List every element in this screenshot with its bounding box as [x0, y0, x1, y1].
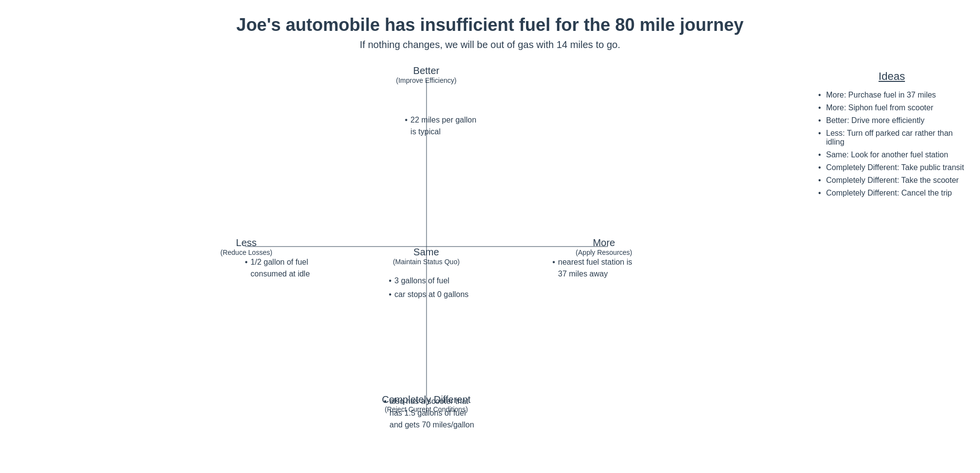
idea-item-3: Better: Drive more efficiently: [818, 116, 965, 125]
content-area: Better (Improve Efficiency) Less (Reduce…: [0, 55, 980, 473]
label-same: Same (Maintain Status Quo): [393, 242, 459, 266]
idea-item-1: More: Purchase fuel in 37 miles: [818, 91, 965, 100]
quadrant-less-content: 1/2 gallon of fuelconsumed at idle: [245, 256, 310, 282]
page-container: Joe's automobile has insufficient fuel f…: [0, 0, 980, 473]
ideas-panel: Ideas More: Purchase fuel in 37 miles Mo…: [804, 60, 980, 468]
left-spacer: [0, 60, 49, 468]
quadrant-better-content: 22 miles per gallonis typical: [405, 114, 477, 140]
same-item-1: 3 gallons of fuel: [389, 275, 469, 287]
quadrant-more-content: nearest fuel station is37 miles away: [553, 256, 632, 282]
label-more: More (Apply Resources): [576, 237, 632, 256]
idea-item-4: Less: Turn off parked car rather than id…: [818, 129, 965, 147]
label-better: Better (Improve Efficiency): [396, 65, 456, 84]
label-less: Less (Reduce Losses): [221, 237, 273, 256]
idea-item-5: Same: Look for another fuel station: [818, 150, 965, 159]
same-item-2: car stops at 0 gallons: [389, 289, 469, 300]
ideas-title: Ideas: [818, 70, 965, 83]
idea-item-2: More: Siphon fuel from scooter: [818, 103, 965, 112]
quadrant-completely-different-content: also has a scooter thathas 1.5 gallons o…: [384, 396, 474, 433]
sub-title: If nothing changes, we will be out of ga…: [0, 39, 980, 50]
quadrant-wrapper: Better (Improve Efficiency) Less (Reduce…: [49, 60, 804, 468]
cd-item-1: also has a scooter thathas 1.5 gallons o…: [384, 396, 474, 431]
idea-item-7: Completely Different: Take the scooter: [818, 176, 965, 185]
more-item-1: nearest fuel station is37 miles away: [553, 256, 632, 280]
quadrant-same-content: 3 gallons of fuel car stops at 0 gallons: [389, 275, 469, 302]
ideas-list: More: Purchase fuel in 37 miles More: Si…: [818, 91, 965, 198]
idea-item-6: Completely Different: Take public transi…: [818, 163, 965, 172]
header: Joe's automobile has insufficient fuel f…: [0, 15, 980, 50]
less-item-1: 1/2 gallon of fuelconsumed at idle: [245, 256, 310, 280]
main-title: Joe's automobile has insufficient fuel f…: [0, 15, 980, 35]
quadrant-container: Better (Improve Efficiency) Less (Reduce…: [216, 60, 637, 433]
better-item-1: 22 miles per gallonis typical: [405, 114, 477, 138]
idea-item-8: Completely Different: Cancel the trip: [818, 189, 965, 198]
